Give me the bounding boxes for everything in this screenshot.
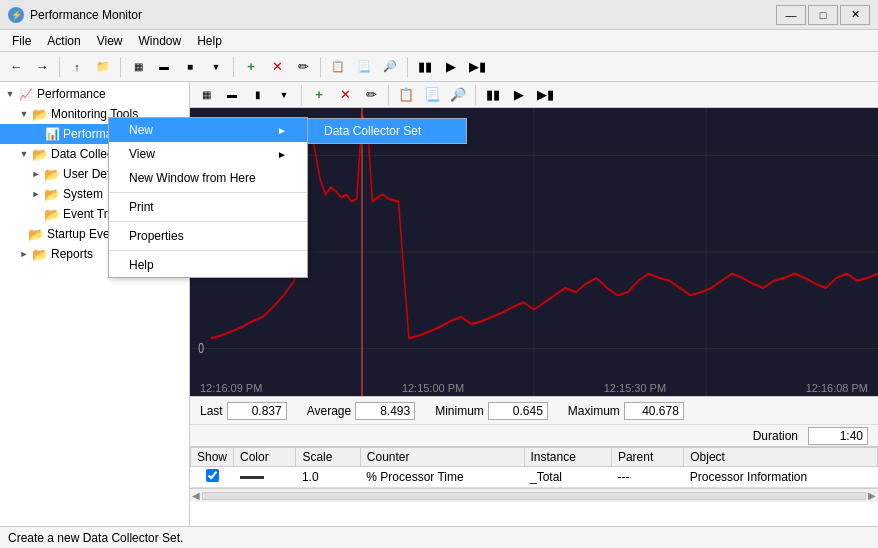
maximum-stat: Maximum 40.678: [568, 402, 684, 420]
col-color: Color: [234, 448, 296, 467]
col-instance: Instance: [524, 448, 611, 467]
data-collector-icon: 📂: [32, 146, 48, 162]
duration-label: Duration: [753, 429, 798, 443]
ct-paste-button[interactable]: 📃: [420, 83, 444, 107]
folder-button[interactable]: 📁: [91, 55, 115, 79]
sep3: [233, 57, 234, 77]
view2-button[interactable]: ▬: [152, 55, 176, 79]
sep-ct3: [475, 85, 476, 105]
add-button[interactable]: +: [239, 55, 263, 79]
window-title: Performance Monitor: [30, 8, 142, 22]
ct-pause-button[interactable]: ▮▮: [481, 83, 505, 107]
ct-search-button[interactable]: 🔎: [446, 83, 470, 107]
minimum-value: 0.645: [488, 402, 548, 420]
ctx-view-label: View: [129, 147, 155, 161]
duration-value: 1:40: [808, 427, 868, 445]
last-stat: Last 0.837: [200, 402, 287, 420]
ctx-new-window-label: New Window from Here: [129, 171, 256, 185]
ctx-sep2: [109, 221, 307, 222]
col-show: Show: [191, 448, 234, 467]
expand-user-def: ►: [28, 169, 44, 179]
duration-row: Duration 1:40: [190, 424, 878, 446]
last-value: 0.837: [227, 402, 287, 420]
ct-copy-button[interactable]: 📋: [394, 83, 418, 107]
horizontal-scrollbar[interactable]: ◀ ▶: [190, 488, 878, 502]
event-trace-icon: 📂: [44, 206, 60, 222]
view3-button[interactable]: ■: [178, 55, 202, 79]
highlight-button[interactable]: 🔎: [378, 55, 402, 79]
ct-add-button[interactable]: +: [307, 83, 331, 107]
ct-edit-button[interactable]: ✏: [359, 83, 383, 107]
ctx-item-help[interactable]: Help: [109, 253, 307, 277]
ct-delete-button[interactable]: ✕: [333, 83, 357, 107]
close-button[interactable]: ✕: [840, 5, 870, 25]
delete-button[interactable]: ✕: [265, 55, 289, 79]
report-view-button[interactable]: ▮: [246, 83, 270, 107]
forward-button[interactable]: →: [30, 55, 54, 79]
menu-bar: File Action View Window Help: [0, 30, 878, 52]
counter-table-area: Show Color Scale Counter Instance Parent…: [190, 446, 878, 526]
last-label: Last: [200, 404, 223, 418]
next-button[interactable]: ▶▮: [465, 55, 489, 79]
menu-view[interactable]: View: [89, 32, 131, 50]
status-bar: Create a new Data Collector Set.: [0, 526, 878, 548]
chart-view-button[interactable]: ▦: [194, 83, 218, 107]
ctx-print-label: Print: [129, 200, 154, 214]
table-row[interactable]: 1.0 % Processor Time _Total --- Processo…: [191, 467, 878, 488]
time-label-4: 12:16:08 PM: [806, 382, 868, 394]
paste-button[interactable]: 📃: [352, 55, 376, 79]
minimum-stat: Minimum 0.645: [435, 402, 548, 420]
col-counter: Counter: [360, 448, 524, 467]
menu-action[interactable]: Action: [39, 32, 88, 50]
sep2: [120, 57, 121, 77]
ct-play-button[interactable]: ▶: [507, 83, 531, 107]
show-checkbox[interactable]: [191, 467, 234, 488]
status-text: Create a new Data Collector Set.: [8, 531, 183, 545]
back-button[interactable]: ←: [4, 55, 28, 79]
edit-button[interactable]: ✏: [291, 55, 315, 79]
counter-table: Show Color Scale Counter Instance Parent…: [190, 447, 878, 488]
ctx-item-new[interactable]: New ► Data Collector Set: [109, 118, 307, 142]
view-drop2-button[interactable]: ▼: [272, 83, 296, 107]
context-menu: New ► Data Collector Set View ► New Wind…: [108, 117, 308, 278]
title-bar: ⚡ Performance Monitor — □ ✕: [0, 0, 878, 30]
sidebar-item-performance[interactable]: ▼ 📈 Performance: [0, 84, 189, 104]
system-icon: 📂: [44, 186, 60, 202]
scale-cell: 1.0: [296, 467, 360, 488]
average-stat: Average 8.493: [307, 402, 415, 420]
expand-reports: ►: [16, 249, 32, 259]
col-scale: Scale: [296, 448, 360, 467]
average-label: Average: [307, 404, 351, 418]
ct-next-button[interactable]: ▶▮: [533, 83, 557, 107]
submenu-item-data-collector-set[interactable]: Data Collector Set: [308, 119, 466, 143]
menu-file[interactable]: File: [4, 32, 39, 50]
minimize-button[interactable]: —: [776, 5, 806, 25]
monitoring-folder-icon: 📂: [32, 106, 48, 122]
svg-text:0: 0: [198, 340, 204, 356]
menu-window[interactable]: Window: [131, 32, 190, 50]
menu-help[interactable]: Help: [189, 32, 230, 50]
ctx-item-properties[interactable]: Properties: [109, 224, 307, 248]
play-button[interactable]: ▶: [439, 55, 463, 79]
ctx-item-print[interactable]: Print: [109, 195, 307, 219]
view1-button[interactable]: ▦: [126, 55, 150, 79]
minimum-label: Minimum: [435, 404, 484, 418]
histogram-button[interactable]: ▬: [220, 83, 244, 107]
expand-monitoring: ▼: [16, 109, 32, 119]
maximum-value: 40.678: [624, 402, 684, 420]
copy-button[interactable]: 📋: [326, 55, 350, 79]
sep1: [59, 57, 60, 77]
view-drop-button[interactable]: ▼: [204, 55, 228, 79]
app-icon: ⚡: [8, 7, 24, 23]
col-object: Object: [684, 448, 878, 467]
expand-data-collector: ▼: [16, 149, 32, 159]
time-label-3: 12:15:30 PM: [604, 382, 666, 394]
col-parent: Parent: [611, 448, 683, 467]
up-button[interactable]: ↑: [65, 55, 89, 79]
maximize-button[interactable]: □: [808, 5, 838, 25]
ctx-item-new-window[interactable]: New Window from Here: [109, 166, 307, 190]
ctx-help-label: Help: [129, 258, 154, 272]
ctx-item-view[interactable]: View ►: [109, 142, 307, 166]
reports-icon: 📂: [32, 246, 48, 262]
pause-button[interactable]: ▮▮: [413, 55, 437, 79]
